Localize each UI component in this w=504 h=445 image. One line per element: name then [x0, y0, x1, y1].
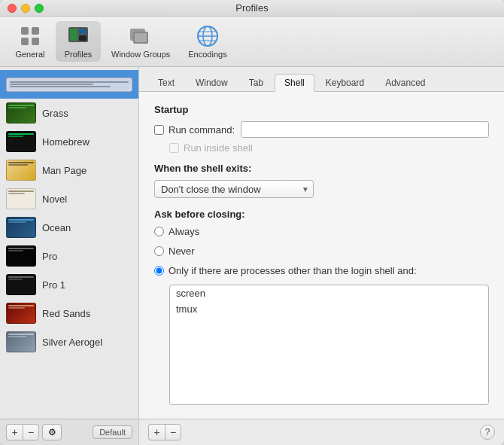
default-button[interactable]: Default: [93, 425, 132, 439]
profile-item-redsands[interactable]: Red Sands: [0, 299, 138, 328]
main-window: Profiles General: [0, 0, 504, 445]
ask-never-radio[interactable]: [154, 246, 164, 256]
profile-name-pro: Pro: [42, 251, 57, 262]
tab-advanced[interactable]: Advanced: [375, 74, 435, 92]
run-inside-shell-row: Run inside shell: [154, 142, 489, 154]
general-label: General: [15, 50, 44, 59]
svg-rect-1: [32, 27, 39, 35]
add-profile-button[interactable]: +: [6, 424, 23, 440]
profile-thumb-manpage: [6, 160, 36, 181]
run-command-label: Run command:: [154, 124, 235, 136]
profile-thumb-pro: [6, 245, 36, 267]
svg-rect-6: [79, 29, 87, 34]
tab-tab[interactable]: Tab: [239, 74, 273, 92]
profile-name-novel: Novel: [42, 194, 67, 205]
toolbar-item-window-groups[interactable]: Window Groups: [104, 21, 178, 62]
process-add-remove-group: + −: [148, 424, 181, 440]
toolbar-item-general[interactable]: General: [8, 21, 53, 62]
run-command-checkbox[interactable]: [154, 125, 164, 135]
profile-item-homebrew[interactable]: Homebrew: [0, 127, 138, 156]
profile-thumb-novel: [6, 188, 36, 209]
profile-name-pro1: Pro 1: [42, 279, 65, 291]
gear-button[interactable]: ⚙: [42, 424, 62, 440]
tab-shell[interactable]: Shell: [275, 74, 314, 92]
svg-rect-2: [21, 38, 29, 45]
ask-only-if-row: Only if there are processes other than t…: [154, 265, 489, 280]
ask-always-label: Always: [154, 226, 199, 237]
window-controls: [8, 4, 44, 13]
process-item-screen[interactable]: screen: [170, 285, 488, 301]
panel-bottom: + − ?: [139, 419, 504, 445]
tab-text[interactable]: Text: [148, 74, 184, 92]
profile-thumb-grass: [6, 102, 36, 123]
ask-only-if-text: Only if there are processes other than t…: [169, 265, 417, 276]
toolbar-item-encodings[interactable]: Encodings: [181, 21, 234, 62]
profile-name-homebrew: Homebrew: [42, 136, 90, 148]
profile-item-default[interactable]: Default: [0, 70, 138, 99]
remove-profile-button[interactable]: −: [23, 424, 39, 440]
process-item-tmux[interactable]: tmux: [170, 301, 488, 317]
ask-section: Ask before closing: Always Never: [154, 209, 489, 405]
add-remove-group: + −: [6, 424, 39, 440]
profile-name-ocean: Ocean: [42, 222, 71, 233]
ask-only-if-radio[interactable]: [154, 266, 164, 276]
add-process-button[interactable]: +: [148, 424, 165, 440]
svg-rect-3: [32, 38, 39, 45]
ask-always-radio[interactable]: [154, 227, 164, 236]
ask-never-row: Never: [154, 245, 489, 261]
profile-item-grass[interactable]: Grass: [0, 99, 138, 127]
help-button[interactable]: ?: [480, 425, 495, 440]
profile-item-ocean[interactable]: Ocean: [0, 213, 138, 242]
profile-thumb-redsands: [6, 303, 36, 324]
tab-window[interactable]: Window: [186, 74, 238, 92]
profiles-label: Profiles: [65, 50, 93, 59]
profile-item-pro[interactable]: Pro: [0, 242, 138, 270]
maximize-button[interactable]: [35, 4, 44, 13]
window-groups-icon: [129, 24, 153, 48]
profile-thumb-ocean: [6, 217, 36, 238]
ask-only-if-label: Only if there are processes other than t…: [154, 265, 417, 276]
profile-name-grass: Grass: [42, 108, 68, 119]
close-button[interactable]: [8, 4, 17, 13]
profile-item-novel[interactable]: Novel: [0, 184, 138, 213]
svg-rect-7: [79, 35, 87, 41]
profile-name-manpage: Man Page: [42, 165, 87, 176]
run-command-text: Run command:: [169, 124, 235, 136]
processes-list[interactable]: screen tmux: [169, 285, 489, 405]
profile-thumb-silveraerogel: [6, 331, 36, 352]
svg-rect-10: [135, 33, 147, 42]
window-title: Profiles: [235, 2, 268, 14]
sidebar: Default Grass: [0, 67, 139, 445]
remove-process-button[interactable]: −: [165, 424, 181, 440]
shell-exits-dropdown[interactable]: Don't close the window Close if the shel…: [154, 180, 314, 198]
profile-item-silveraerogel[interactable]: Silver Aerogel: [0, 328, 138, 356]
profile-thumb-pro1: [6, 274, 36, 295]
tab-keyboard[interactable]: Keyboard: [316, 74, 374, 92]
toolbar: General Profiles Window Gro: [0, 17, 504, 67]
run-inside-shell-text: Run inside shell: [184, 142, 253, 154]
toolbar-item-profiles[interactable]: Profiles: [56, 21, 101, 62]
profile-item-manpage[interactable]: Man Page: [0, 156, 138, 184]
svg-rect-0: [21, 27, 29, 35]
ask-never-text: Never: [169, 245, 195, 257]
titlebar: Profiles: [0, 0, 504, 17]
right-panel: Text Window Tab Shell Keyboard Advanced …: [139, 67, 504, 445]
encodings-icon: [196, 24, 220, 48]
minimize-button[interactable]: [21, 4, 30, 13]
ask-always-row: Always: [154, 226, 489, 241]
main-content: Default Grass: [0, 67, 504, 445]
run-command-input[interactable]: [241, 121, 489, 138]
shell-exits-section: When the shell exits: Don't close the wi…: [154, 163, 489, 198]
profile-item-pro1[interactable]: Pro 1: [0, 270, 138, 299]
shell-exits-title: When the shell exits:: [154, 163, 489, 174]
svg-rect-5: [70, 29, 77, 41]
window-groups-label: Window Groups: [111, 50, 170, 59]
shell-exits-dropdown-wrapper: Don't close the window Close if the shel…: [154, 180, 314, 198]
shell-exits-row: Don't close the window Close if the shel…: [154, 180, 489, 198]
run-inside-shell-checkbox[interactable]: [169, 143, 179, 153]
tab-bar: Text Window Tab Shell Keyboard Advanced: [139, 67, 504, 92]
shell-panel: Startup Run command: Run inside shell: [139, 92, 504, 419]
ask-always-text: Always: [169, 226, 199, 237]
general-icon: [18, 24, 42, 48]
encodings-label: Encodings: [188, 50, 226, 59]
